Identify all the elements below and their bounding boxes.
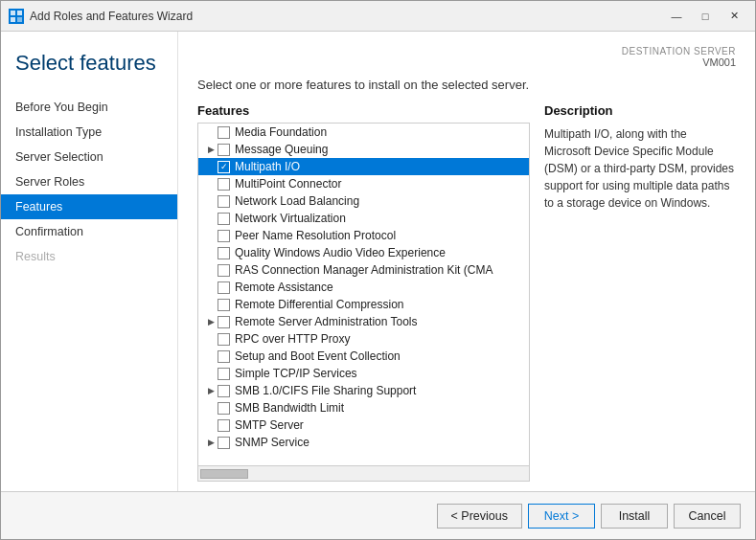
- main-content: DESTINATION SERVER VM001 Select one or m…: [178, 32, 755, 491]
- description-label: Description: [544, 103, 736, 118]
- feature-label: Remote Server Administration Tools: [235, 315, 418, 328]
- features-panel: Features ✓ Media Foundation ▶: [197, 103, 530, 482]
- checkbox[interactable]: ✓: [218, 316, 230, 328]
- svg-rect-2: [11, 17, 15, 22]
- sidebar-header: Select features: [1, 32, 177, 90]
- checkbox[interactable]: ✓: [218, 437, 230, 449]
- expand-icon: [204, 196, 218, 206]
- expand-icon: [204, 300, 218, 309]
- feature-label: Network Load Balancing: [235, 194, 359, 208]
- sidebar-item-server-roles[interactable]: Server Roles: [1, 169, 177, 194]
- expand-icon: [204, 351, 218, 361]
- titlebar-controls: — □ ✕: [663, 7, 747, 26]
- sidebar-item-installation-type[interactable]: Installation Type: [1, 120, 177, 145]
- list-item[interactable]: ✓ Simple TCP/IP Services: [198, 365, 529, 382]
- sidebar-item-confirmation[interactable]: Confirmation: [1, 219, 177, 244]
- list-item[interactable]: ▶ ✓ Remote Server Administration Tools: [198, 313, 529, 330]
- expand-icon[interactable]: ▶: [204, 438, 218, 447]
- sidebar-item-before-you-begin[interactable]: Before You Begin: [1, 95, 177, 120]
- wizard-window: Add Roles and Features Wizard — □ ✕ Sele…: [0, 0, 756, 540]
- expand-icon: [204, 231, 218, 240]
- checkbox[interactable]: ✓: [218, 333, 230, 346]
- list-item[interactable]: ✓ Multipath I/O: [198, 158, 529, 175]
- svg-rect-0: [11, 11, 15, 15]
- horizontal-scrollbar[interactable]: [198, 465, 529, 481]
- list-item[interactable]: ▶ ✓ SNMP Service: [198, 434, 529, 451]
- sidebar-item-features[interactable]: Features: [1, 194, 177, 219]
- two-column-layout: Features ✓ Media Foundation ▶: [197, 103, 736, 482]
- sidebar: Select features Before You Begin Install…: [1, 32, 178, 491]
- list-item[interactable]: ✓ RPC over HTTP Proxy: [198, 330, 529, 348]
- list-item[interactable]: ✓ Remote Differential Compression: [198, 296, 529, 313]
- checkbox[interactable]: ✓: [218, 264, 230, 277]
- checkbox[interactable]: ✓: [218, 350, 230, 363]
- destination-server-value: VM001: [702, 56, 736, 68]
- expand-icon: [204, 248, 218, 258]
- list-item[interactable]: ✓ SMTP Server: [198, 416, 529, 434]
- checkbox[interactable]: ✓: [218, 230, 230, 242]
- list-item[interactable]: ✓ Peer Name Resolution Protocol: [198, 227, 529, 244]
- list-item[interactable]: ✓ RAS Connection Manager Administration …: [198, 261, 529, 279]
- sidebar-nav: Before You Begin Installation Type Serve…: [1, 95, 177, 269]
- list-item[interactable]: ▶ ✓ SMB 1.0/CIFS File Sharing Support: [198, 382, 529, 399]
- minimize-button[interactable]: —: [663, 7, 690, 26]
- list-item[interactable]: ✓ Media Foundation: [198, 124, 529, 141]
- expand-icon[interactable]: ▶: [204, 145, 218, 154]
- expand-icon: [204, 403, 218, 413]
- checkbox[interactable]: ✓: [218, 126, 230, 139]
- checkbox[interactable]: ✓: [218, 161, 230, 173]
- cancel-button[interactable]: Cancel: [674, 504, 741, 529]
- list-item[interactable]: ✓ Network Load Balancing: [198, 192, 529, 210]
- checkbox[interactable]: ✓: [218, 385, 230, 397]
- checkbox[interactable]: ✓: [218, 368, 230, 380]
- list-item[interactable]: ✓ Remote Assistance: [198, 279, 529, 296]
- close-button[interactable]: ✕: [721, 7, 747, 26]
- feature-label: Network Virtualization: [235, 212, 346, 225]
- feature-label: SMB Bandwidth Limit: [235, 401, 344, 415]
- expand-icon: [204, 162, 218, 171]
- features-list-container: ✓ Media Foundation ▶ ✓ Message Queuing: [197, 123, 530, 482]
- sidebar-item-server-selection[interactable]: Server Selection: [1, 145, 177, 169]
- destination-server-label: DESTINATION SERVER: [197, 46, 736, 56]
- list-item[interactable]: ▶ ✓ Message Queuing: [198, 141, 529, 158]
- expand-icon: [204, 127, 218, 137]
- feature-label: RPC over HTTP Proxy: [235, 332, 350, 346]
- list-item[interactable]: ✓ SMB Bandwidth Limit: [198, 399, 529, 416]
- features-list[interactable]: ✓ Media Foundation ▶ ✓ Message Queuing: [198, 124, 529, 465]
- checkbox[interactable]: ✓: [218, 195, 230, 208]
- checkbox[interactable]: ✓: [218, 178, 230, 191]
- list-item[interactable]: ✓ Setup and Boot Event Collection: [198, 348, 529, 365]
- feature-label: Media Foundation: [235, 125, 327, 139]
- content-area: Select features Before You Begin Install…: [1, 32, 755, 491]
- maximize-button[interactable]: □: [692, 7, 719, 26]
- feature-label: Simple TCP/IP Services: [235, 367, 357, 380]
- list-item[interactable]: ✓ MultiPoint Connector: [198, 175, 529, 192]
- checkbox[interactable]: ✓: [218, 247, 230, 259]
- checkbox[interactable]: ✓: [218, 419, 230, 432]
- checkbox[interactable]: ✓: [218, 144, 230, 156]
- checkbox[interactable]: ✓: [218, 299, 230, 311]
- svg-rect-3: [17, 17, 22, 22]
- checkbox[interactable]: ✓: [218, 281, 230, 294]
- expand-icon[interactable]: ▶: [204, 386, 218, 395]
- feature-label: Multipath I/O: [235, 160, 300, 173]
- feature-label: Quality Windows Audio Video Experience: [235, 246, 446, 259]
- expand-icon: [204, 214, 218, 223]
- expand-icon: [204, 282, 218, 292]
- expand-icon[interactable]: ▶: [204, 317, 218, 326]
- feature-label: Message Queuing: [235, 143, 328, 156]
- previous-button[interactable]: < Previous: [437, 504, 522, 529]
- install-button[interactable]: Install: [601, 504, 668, 529]
- checkbox[interactable]: ✓: [218, 213, 230, 225]
- checkbox[interactable]: ✓: [218, 402, 230, 415]
- feature-label: RAS Connection Manager Administration Ki…: [235, 263, 493, 277]
- description-panel: Description Multipath I/O, along with th…: [544, 103, 736, 482]
- next-button[interactable]: Next >: [528, 504, 595, 529]
- list-item[interactable]: ✓ Network Virtualization: [198, 210, 529, 227]
- window-icon: [9, 9, 24, 24]
- footer: < Previous Next > Install Cancel: [1, 491, 755, 539]
- list-item[interactable]: ✓ Quality Windows Audio Video Experience: [198, 244, 529, 261]
- scrollbar-thumb[interactable]: [200, 469, 248, 479]
- destination-server: DESTINATION SERVER VM001: [197, 46, 736, 68]
- titlebar: Add Roles and Features Wizard — □ ✕: [1, 1, 755, 32]
